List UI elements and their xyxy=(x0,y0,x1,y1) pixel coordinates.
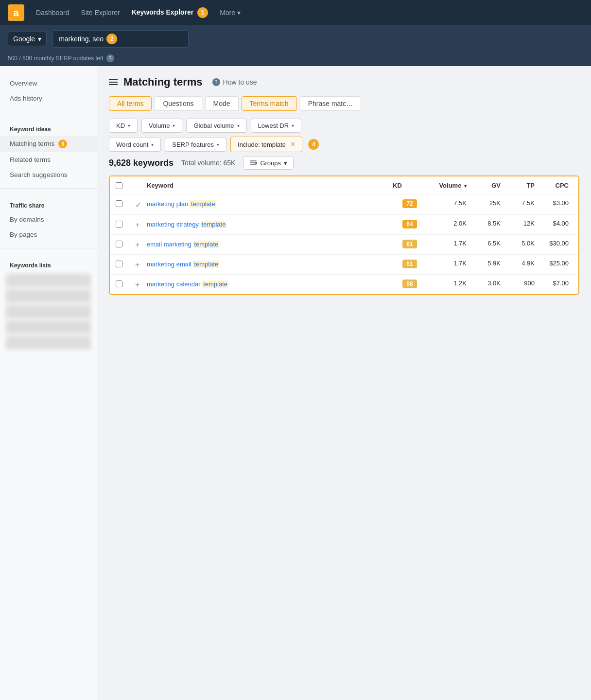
row-checkbox-1[interactable] xyxy=(116,200,122,207)
logo[interactable]: a xyxy=(8,4,24,21)
sidebar-divider-3 xyxy=(0,248,97,248)
nav-dashboard[interactable]: Dashboard xyxy=(36,7,70,18)
kd-badge-1: 72 xyxy=(402,199,417,208)
total-volume: Total volume: 65K xyxy=(181,159,235,167)
row-tp-3: 5.0K xyxy=(504,240,539,247)
tab-phrase-match[interactable]: Phrase matc… xyxy=(300,96,362,111)
sidebar-item-related-terms[interactable]: Related terms xyxy=(0,152,97,167)
row-volume-3: 1.7K xyxy=(427,240,470,247)
kd-badge-2: 64 xyxy=(402,220,417,228)
tab-row: All terms Questions Mode Terms match Phr… xyxy=(109,96,579,111)
filter-global-volume[interactable]: Global volume ▾ xyxy=(186,119,246,133)
sidebar-badge-3: 3 xyxy=(58,140,67,148)
filter-serp-features[interactable]: SERP features ▾ xyxy=(165,138,226,152)
table-header: Keyword KD Volume ▾ GV TP CPC xyxy=(110,176,578,194)
row-keyword-1[interactable]: marketing plan template xyxy=(147,199,393,209)
nav-site-explorer[interactable]: Site Explorer xyxy=(81,7,120,18)
row-checkbox-4[interactable] xyxy=(116,261,122,267)
page-header: Matching terms ? How to use xyxy=(109,76,579,88)
row-gv-3: 6.5K xyxy=(470,240,504,247)
row-gv-1: 25K xyxy=(470,199,504,207)
how-to-use-icon: ? xyxy=(212,78,220,86)
nav-more[interactable]: More ▾ xyxy=(220,9,241,17)
serp-info-bar: 500 / 500 monthly SERP updates left ? xyxy=(0,52,591,66)
sidebar-blurred-3 xyxy=(6,305,91,318)
engine-select[interactable]: Google ▾ xyxy=(8,32,47,46)
row-action-plus-3[interactable]: + xyxy=(135,240,147,249)
row-volume-1: 7.5K xyxy=(427,199,470,207)
row-volume-5: 1.2K xyxy=(427,280,470,287)
hamburger-icon[interactable] xyxy=(109,79,118,85)
volume-arrow: ▾ xyxy=(173,123,175,128)
include-close-icon[interactable]: × xyxy=(291,140,295,149)
search-input[interactable]: marketing, seo 2 xyxy=(52,30,189,48)
sidebar-item-matching-terms[interactable]: Matching terms 3 xyxy=(0,136,97,152)
filter-volume[interactable]: Volume ▾ xyxy=(141,119,182,133)
row-cpc-4: $25.00 xyxy=(539,260,573,267)
col-header-gv: GV xyxy=(470,182,504,189)
row-keyword-3[interactable]: email marketing template xyxy=(147,240,393,249)
row-tp-4: 4.9K xyxy=(504,260,539,267)
kd-badge-5: 58 xyxy=(402,280,417,288)
sidebar-item-overview[interactable]: Overview xyxy=(0,76,97,91)
groups-button[interactable]: Groups ▾ xyxy=(243,156,294,170)
table-row: + marketing strategy template 64 2.0K 8.… xyxy=(110,215,578,235)
volume-sort-arrow: ▾ xyxy=(464,183,467,189)
filter-word-count[interactable]: Word count ▾ xyxy=(109,138,161,152)
sidebar-item-by-pages[interactable]: By pages xyxy=(0,227,97,242)
sf-arrow: ▾ xyxy=(217,142,219,147)
sidebar-item-search-suggestions[interactable]: Search suggestions xyxy=(0,167,97,182)
row-action-plus-5[interactable]: + xyxy=(135,280,147,289)
keyword-highlight: template xyxy=(201,221,227,228)
row-checkbox-5[interactable] xyxy=(116,280,122,287)
sidebar-divider xyxy=(0,112,97,112)
row-gv-2: 8.5K xyxy=(470,220,504,227)
keyword-highlight: template xyxy=(190,200,216,208)
keywords-count: 9,628 keywords xyxy=(109,158,174,168)
help-icon[interactable]: ? xyxy=(106,54,114,62)
col-header-tp: TP xyxy=(504,182,539,189)
sidebar-item-ads-history[interactable]: Ads history xyxy=(0,91,97,106)
filter-lowest-dr[interactable]: Lowest DR ▾ xyxy=(251,119,302,133)
main-content: Matching terms ? How to use All terms Qu… xyxy=(97,66,591,700)
sidebar-blurred-5 xyxy=(6,336,91,350)
row-cpc-1: $3.00 xyxy=(539,199,573,207)
gv-arrow: ▾ xyxy=(237,123,240,128)
table-row: + marketing calendar template 58 1.2K 3.… xyxy=(110,275,578,294)
include-filter[interactable]: Include: template × xyxy=(230,137,302,152)
kd-badge-3: 61 xyxy=(402,240,417,248)
row-checkbox-3[interactable] xyxy=(116,241,122,247)
nav-keywords-explorer[interactable]: Keywords Explorer 1 xyxy=(132,5,209,20)
kd-badge-4: 61 xyxy=(402,260,417,268)
sidebar-item-by-domains[interactable]: By domains xyxy=(0,212,97,227)
tab-terms-match[interactable]: Terms match xyxy=(242,96,297,111)
tab-mode[interactable]: Mode xyxy=(205,96,239,111)
filter-kd[interactable]: KD ▾ xyxy=(109,119,138,133)
col-header-volume[interactable]: Volume ▾ xyxy=(427,182,470,189)
row-volume-2: 2.0K xyxy=(427,220,470,227)
select-all-checkbox[interactable] xyxy=(116,182,122,189)
dr-arrow: ▾ xyxy=(292,123,294,128)
groups-icon xyxy=(249,159,257,167)
top-navigation: a Dashboard Site Explorer Keywords Explo… xyxy=(0,0,591,25)
row-action-check-1[interactable]: ✓ xyxy=(135,199,147,210)
sidebar-section-traffic-share: Traffic share xyxy=(0,194,97,212)
table-row: ✓ marketing plan template 72 7.5K 25K 7.… xyxy=(110,194,578,215)
table-row: + email marketing template 61 1.7K 6.5K … xyxy=(110,235,578,255)
tab-all-terms[interactable]: All terms xyxy=(109,96,152,111)
row-tp-5: 900 xyxy=(504,280,539,287)
row-action-plus-4[interactable]: + xyxy=(135,260,147,269)
row-keyword-2[interactable]: marketing strategy template xyxy=(147,220,393,229)
filter-badge-4: 4 xyxy=(308,139,319,150)
row-action-plus-2[interactable]: + xyxy=(135,220,147,229)
col-header-keyword: Keyword xyxy=(147,182,393,189)
row-keyword-4[interactable]: marketing email template xyxy=(147,260,393,269)
sidebar-blurred-4 xyxy=(6,320,91,334)
search-badge-2: 2 xyxy=(106,34,117,44)
tab-questions[interactable]: Questions xyxy=(155,96,202,111)
row-checkbox-2[interactable] xyxy=(116,221,122,228)
how-to-use-link[interactable]: ? How to use xyxy=(212,78,257,86)
col-header-kd: KD xyxy=(393,182,427,189)
logo-icon: a xyxy=(8,4,24,21)
row-keyword-5[interactable]: marketing calendar template xyxy=(147,280,393,289)
